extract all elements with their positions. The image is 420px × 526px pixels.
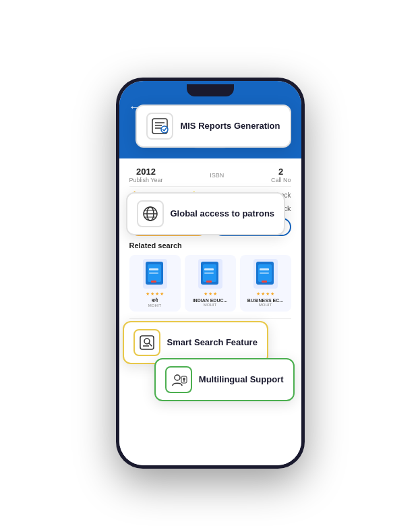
multilingual-label: Multilingual Support (199, 374, 284, 386)
svg-rect-23 (149, 268, 158, 270)
call-no-label: Call No (271, 177, 291, 183)
book-card-author-2: MOHIT (204, 303, 216, 307)
global-icon (137, 200, 164, 227)
tooltip-mis: MIS Reports Generation (136, 105, 291, 148)
phone-notch (187, 84, 234, 96)
svg-point-4 (161, 126, 168, 133)
tooltip-global: Global access to patrons (126, 192, 286, 235)
svg-rect-25 (151, 281, 156, 283)
call-no-value: 2 (278, 167, 283, 177)
svg-point-13 (175, 375, 180, 380)
book-card-title-1: बाये (152, 298, 158, 303)
phone-wrapper: MIS Reports Generation Global access to … (116, 78, 305, 469)
isbn-label: ISBN (210, 172, 224, 179)
svg-rect-10 (140, 336, 154, 349)
publish-year-value: 2012 (136, 167, 156, 177)
book-card-title-3: BUSINESS EC... (247, 298, 283, 303)
related-book-1[interactable]: ★ ★ ★ ★ बाये MOHIT (129, 255, 181, 312)
book-thumb-3 (253, 259, 278, 289)
book-card-title-2: INDIAN EDUC... (193, 298, 228, 303)
svg-rect-24 (149, 272, 158, 274)
multilingual-icon (165, 366, 192, 393)
svg-rect-28 (204, 268, 214, 270)
publish-year-group: 2012 Publish Year (129, 167, 163, 183)
svg-rect-30 (206, 281, 212, 283)
mini-stars-3: ★ ★ ★ ★ (256, 291, 274, 297)
related-search-section: Related search (129, 241, 291, 312)
smart-label: Smart Search Feature (167, 337, 258, 349)
call-no-group: 2 Call No (271, 167, 291, 183)
global-label: Global access to patrons (171, 208, 275, 220)
smart-search-icon (133, 329, 160, 356)
related-book-3[interactable]: ★ ★ ★ ★ BUSINESS EC... MOHIT (240, 255, 291, 312)
mini-stars-2: ★ ★ ★ (204, 291, 217, 297)
related-book-2[interactable]: ★ ★ ★ INDIAN EDUC... MOHIT (185, 255, 236, 312)
book-card-author-3: MOHIT (259, 303, 272, 307)
svg-rect-29 (204, 272, 214, 274)
publish-year-label: Publish Year (129, 177, 163, 183)
related-books-list: ★ ★ ★ ★ बाये MOHIT (129, 255, 291, 312)
book-card-author-1: MOHIT (148, 303, 161, 308)
book-thumb-2 (198, 259, 222, 289)
tooltip-multilingual: Multilingual Support (154, 358, 295, 401)
svg-rect-35 (262, 281, 267, 283)
mis-label: MIS Reports Generation (180, 121, 280, 132)
mini-stars-1: ★ ★ ★ ★ (146, 291, 164, 297)
related-title: Related search (129, 241, 291, 250)
isbn-group: ISBN (210, 167, 224, 183)
book-thumb-1 (143, 259, 167, 289)
book-meta: 2012 Publish Year ISBN 2 Call No (129, 167, 291, 183)
mis-icon (146, 113, 173, 140)
svg-rect-34 (260, 272, 269, 274)
svg-rect-33 (260, 268, 269, 270)
